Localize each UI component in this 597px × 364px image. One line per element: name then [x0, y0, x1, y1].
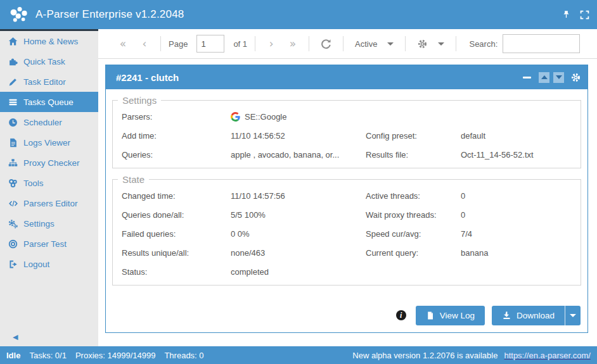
page-input[interactable] — [196, 35, 224, 53]
field-label: Results file: — [366, 150, 461, 160]
next-page-button[interactable]: › — [263, 37, 279, 50]
sidebar-item-proxy-checker[interactable]: Proxy Checker — [0, 153, 98, 173]
field-value: 11/10 14:57:56 — [231, 191, 366, 201]
search-label: Search: — [469, 39, 498, 49]
pencil-icon — [8, 77, 23, 87]
field-value: banana — [461, 248, 581, 258]
sidebar-item-label: Task Editor — [23, 77, 66, 87]
settings-dropdown[interactable] — [413, 39, 448, 49]
sidebar-item-quick-task[interactable]: Quick Task — [0, 51, 98, 72]
settings-fieldset: Settings Parsers: SE::Google — [112, 95, 581, 168]
task-panel: #2241 - clutch Settings — [105, 65, 588, 333]
field-label: Config preset: — [366, 131, 461, 141]
field-label: Queries done/all: — [122, 210, 231, 220]
logout-icon — [8, 260, 23, 269]
pin-icon[interactable] — [562, 10, 571, 20]
google-icon — [231, 112, 240, 122]
settings-row: Parsers: SE::Google — [113, 107, 581, 126]
sidebar-item-parsers-editor[interactable]: Parsers Editor — [0, 193, 98, 213]
field-value: apple , avocado, banana, or... — [231, 150, 366, 160]
update-link[interactable]: https://en.a-parser.com/ — [504, 351, 591, 360]
toolbar-separator — [309, 36, 309, 51]
field-label: Changed time: — [122, 191, 231, 201]
sidebar-item-logout[interactable]: Logout — [0, 254, 98, 274]
move-down-button[interactable] — [553, 72, 564, 83]
parsers-value: SE::Google — [231, 112, 366, 122]
field-label: Wait proxy threads: — [366, 210, 461, 220]
state-fieldset: State Changed time: 11/10 14:57:56 Activ… — [112, 174, 581, 286]
update-notice: New alpha version 1.2.2076 is available — [352, 351, 498, 360]
prev-page-button[interactable]: ‹ — [136, 37, 153, 50]
field-label: Speed cur/avg: — [366, 229, 461, 239]
info-icon[interactable]: i — [396, 310, 406, 320]
state-row: Status: completed — [113, 262, 581, 281]
tools-icon — [8, 179, 23, 188]
field-label: Results unique/all: — [122, 248, 231, 258]
download-split-button: Download — [492, 306, 581, 325]
field-value: 0 0% — [231, 229, 366, 239]
task-panel-footer: i View Log Download — [106, 298, 587, 332]
download-menu-button[interactable] — [565, 306, 581, 325]
fullscreen-icon[interactable] — [580, 10, 589, 20]
sidebar-item-label: Proxy Checker — [23, 158, 80, 168]
task-panel-title: #2241 - clutch — [116, 72, 523, 83]
target-icon — [8, 239, 23, 249]
file-icon — [426, 311, 435, 320]
refresh-icon[interactable] — [317, 39, 335, 49]
field-value: default — [461, 131, 581, 141]
field-label: Add time: — [122, 131, 231, 141]
sidebar-item-label: Tools — [23, 179, 44, 188]
settings-row: Add time: 11/10 14:56:52 Config preset: … — [113, 126, 581, 145]
field-label: Current query: — [366, 248, 461, 258]
proxies-count: Proxies: 14999/14999 — [75, 351, 155, 360]
panel-gear-icon[interactable] — [570, 72, 581, 83]
field-value: none/463 — [231, 248, 366, 258]
field-value: 0 — [461, 191, 581, 201]
puzzle-icon — [8, 57, 23, 66]
field-label: Queries: — [122, 150, 231, 160]
engine-status: Idle — [6, 351, 20, 360]
field-value: 7/4 — [461, 229, 581, 239]
task-panel-header: #2241 - clutch — [106, 65, 587, 89]
toolbar-separator — [255, 36, 255, 51]
sidebar-collapse-icon[interactable]: ◀ — [13, 333, 18, 341]
sidebar-item-label: Home & News — [23, 37, 78, 46]
sidebar: Home & News Quick Task Task Editor Tasks… — [0, 29, 98, 346]
sidebar-item-parser-test[interactable]: Parser Test — [0, 234, 98, 254]
field-value: Oct-11_14-56-52.txt — [461, 150, 581, 160]
download-button[interactable]: Download — [492, 306, 565, 325]
sidebar-item-tools[interactable]: Tools — [0, 173, 98, 193]
state-row: Queries done/all: 5/5 100% Wait proxy th… — [113, 205, 581, 224]
tasks-toolbar: « ‹ Page of 1 › » Active — [98, 29, 597, 59]
list-icon — [8, 97, 23, 107]
app-header: A-Parser Enterprise v1.2.2048 — [0, 0, 597, 29]
search-input[interactable] — [503, 34, 580, 53]
move-up-button[interactable] — [539, 72, 549, 83]
sidebar-item-settings[interactable]: Settings — [0, 213, 98, 234]
sidebar-item-tasks-queue[interactable]: Tasks Queue — [0, 92, 98, 112]
triangle-down-icon — [556, 75, 562, 79]
settings-row: Queries: apple , avocado, banana, or... … — [113, 145, 581, 164]
clock-icon — [8, 118, 23, 127]
sidebar-item-label: Parsers Editor — [23, 199, 78, 208]
last-page-button[interactable]: » — [285, 37, 301, 50]
sidebar-item-task-editor[interactable]: Task Editor — [0, 72, 98, 92]
status-bar: Idle Tasks: 0/1 Proxies: 14999/14999 Thr… — [0, 346, 597, 364]
sidebar-item-home-news[interactable]: Home & News — [0, 31, 98, 51]
filter-dropdown[interactable]: Active — [351, 39, 397, 49]
chevron-down-icon — [438, 42, 444, 46]
sidebar-item-label: Logout — [23, 260, 49, 269]
view-log-button[interactable]: View Log — [416, 306, 485, 325]
field-value: 0 — [461, 210, 581, 220]
download-icon — [502, 311, 511, 320]
sitemap-icon — [8, 158, 23, 168]
field-label: Status: — [122, 267, 231, 277]
sidebar-item-scheduler[interactable]: Scheduler — [0, 112, 98, 132]
sidebar-item-logs-viewer[interactable]: Logs Viewer — [0, 132, 98, 153]
field-value: 11/10 14:56:52 — [231, 131, 366, 141]
first-page-button[interactable]: « — [115, 37, 131, 50]
home-icon — [8, 37, 23, 46]
minimize-icon[interactable] — [523, 77, 531, 78]
document-icon — [8, 138, 23, 147]
field-value: 5/5 100% — [231, 210, 366, 220]
